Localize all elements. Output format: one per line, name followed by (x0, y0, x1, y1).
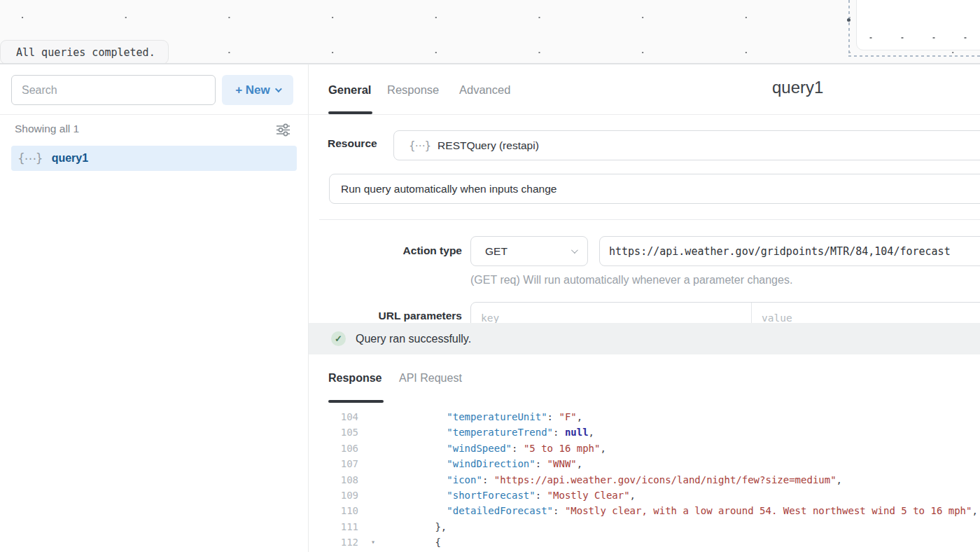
section-divider (319, 219, 980, 220)
retool-editor: All queries completed. + New Showing all… (0, 0, 980, 552)
line-number: 105 (309, 425, 358, 440)
url-input[interactable] (599, 236, 980, 266)
rest-query-icon: {⋯} (409, 139, 430, 152)
selection-border-horizontal (848, 55, 980, 57)
query-status-text: Query ran successfully. (356, 333, 471, 345)
sidebar-divider (0, 114, 309, 115)
json-code: "temperatureUnit": "F", (388, 409, 582, 425)
gutter (358, 519, 388, 534)
json-line: 105 "temperatureTrend": null, (309, 425, 980, 440)
json-code: { (388, 534, 441, 550)
collapse-caret-icon[interactable]: ▾ (358, 534, 388, 550)
success-check-icon: ✓ (331, 331, 346, 346)
line-number: 104 (309, 409, 358, 425)
new-query-button[interactable]: + New (222, 75, 293, 105)
json-code: "temperatureTrend": null, (388, 425, 594, 440)
action-type-value: GET (485, 245, 507, 258)
url-parameters-label: URL parameters (309, 310, 462, 322)
run-mode-value: Run query automatically when inputs chan… (341, 183, 556, 195)
active-result-tab-underline (328, 400, 384, 403)
resource-select[interactable]: {⋯} RESTQuery (restapi) (393, 130, 980, 160)
tab-advanced[interactable]: Advanced (459, 83, 510, 97)
json-code: "detailedForecast": "Mostly clear, with … (388, 503, 978, 518)
gutter (358, 503, 388, 518)
query-title: query1 (772, 78, 823, 97)
json-line: 111 }, (309, 519, 980, 534)
toast-text: All queries completed. (16, 46, 155, 59)
tab-response[interactable]: Response (387, 83, 439, 97)
json-line: 106 "windSpeed": "5 to 16 mph", (309, 441, 980, 456)
filter-sliders-icon[interactable] (276, 123, 290, 137)
tab-api-request[interactable]: API Request (399, 372, 462, 385)
line-number: 108 (309, 472, 358, 488)
gutter (358, 472, 388, 488)
line-number: 112 (309, 534, 358, 550)
json-line: 109 "shortForecast": "Mostly Clear", (309, 488, 980, 503)
gutter (358, 441, 388, 456)
json-line: 108 "icon": "https://api.weather.gov/ico… (309, 472, 980, 488)
resource-label: Resource (328, 137, 377, 150)
query-editor-panel: General Response Advanced query1 Resourc… (309, 64, 980, 552)
tab-general[interactable]: General (328, 83, 371, 97)
gutter (358, 456, 388, 471)
query-status-bar: ✓ Query ran successfully. (309, 323, 980, 354)
json-code: "windSpeed": "5 to 16 mph", (388, 441, 606, 456)
line-number: 106 (309, 441, 358, 456)
search-input[interactable] (11, 75, 216, 105)
chevron-down-icon (275, 85, 282, 92)
line-number: 111 (309, 519, 358, 534)
selection-border-vertical (848, 0, 850, 57)
action-type-select[interactable]: GET (470, 236, 588, 266)
response-json[interactable]: 104 "temperatureUnit": "F",105 "temperat… (309, 409, 980, 552)
action-helper-text: (GET req) Will run automatically wheneve… (470, 274, 792, 287)
code-braces-icon: {⋯} (18, 151, 43, 165)
queries-completed-toast: All queries completed. (0, 40, 169, 64)
header-divider (309, 114, 980, 115)
run-mode-select[interactable]: Run query automatically when inputs chan… (329, 174, 980, 204)
tab-result-response[interactable]: Response (328, 372, 382, 385)
app-canvas[interactable]: All queries completed. (0, 0, 980, 64)
json-line: 107 "windDirection": "WNW", (309, 456, 980, 471)
gutter (358, 488, 388, 503)
gutter (358, 425, 388, 440)
json-line: 104 "temperatureUnit": "F", (309, 409, 980, 425)
line-number: 107 (309, 456, 358, 471)
json-code: "shortForecast": "Mostly Clear", (388, 488, 636, 503)
json-code: "windDirection": "WNW", (388, 456, 582, 471)
line-number: 109 (309, 488, 358, 503)
selection-handle[interactable] (847, 18, 850, 22)
json-code: }, (388, 519, 447, 534)
query-sidebar: + New Showing all 1 {⋯} query1 (0, 64, 309, 552)
resource-value: RESTQuery (restapi) (438, 139, 539, 152)
gutter (358, 409, 388, 425)
action-type-label: Action type (309, 244, 462, 257)
active-tab-underline (328, 111, 372, 114)
json-code: "icon": "https://api.weather.gov/icons/l… (388, 472, 842, 488)
query-item-label: query1 (52, 152, 88, 165)
json-line: 110 "detailedForecast": "Mostly clear, w… (309, 503, 980, 518)
showing-count-label: Showing all 1 (15, 123, 79, 135)
selected-container[interactable] (856, 0, 980, 50)
new-query-label: + New (235, 83, 270, 97)
sidebar-item-query1[interactable]: {⋯} query1 (11, 146, 297, 171)
chevron-down-icon (571, 247, 578, 254)
json-line: 112▾ { (309, 534, 980, 550)
line-number: 110 (309, 503, 358, 518)
